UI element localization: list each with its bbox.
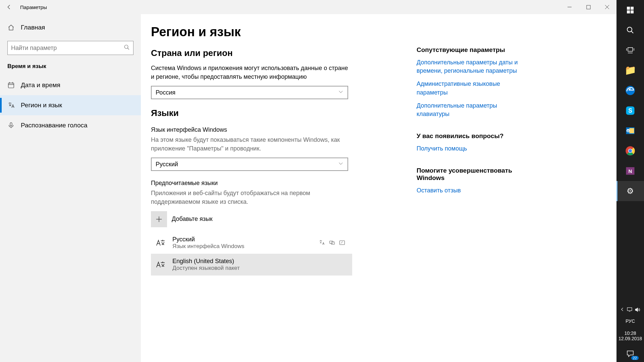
taskbar-app-onenote[interactable]: N	[616, 161, 644, 181]
window-title: Параметры	[18, 4, 47, 10]
close-button[interactable]	[598, 0, 616, 14]
svg-rect-12	[340, 241, 345, 245]
preferred-languages-desc: Приложения и веб-сайты будут отображатьс…	[151, 189, 349, 206]
taskbar-app-skype[interactable]: S	[616, 101, 644, 121]
titlebar: Параметры	[0, 0, 616, 14]
content-area: Регион и язык Страна или регион Система …	[141, 14, 616, 362]
chevron-down-icon	[338, 89, 343, 96]
language-subtext: Язык интерфейса Windows	[172, 243, 244, 250]
handwriting-feature-icon	[339, 239, 345, 246]
country-dropdown[interactable]: Россия	[151, 86, 348, 99]
outlook-icon: O	[625, 126, 635, 136]
svg-rect-15	[627, 10, 630, 13]
related-link-admin-lang[interactable]: Административные языковые параметры	[417, 80, 531, 97]
settings-window: Параметры Главная	[0, 0, 616, 362]
add-language-row[interactable]: Добавьте язык	[151, 211, 379, 227]
nav-item-label: Регион и язык	[21, 102, 62, 109]
language-name: Русский	[172, 236, 244, 243]
text-to-speech-feature-icon	[329, 239, 335, 246]
svg-rect-38	[627, 308, 632, 311]
svg-text:N: N	[629, 168, 632, 174]
svg-rect-14	[631, 7, 634, 10]
folder-icon: 📁	[625, 66, 636, 75]
nav-item-label: Дата и время	[21, 81, 60, 89]
svg-rect-1	[586, 5, 590, 9]
display-language-value: Русский	[156, 161, 178, 168]
language-subtext: Доступен языковой пакет	[172, 265, 240, 272]
tray-date: 12.09.2018	[619, 336, 642, 341]
nav-region-language[interactable]: Регион и язык	[0, 95, 141, 115]
chevron-down-icon	[338, 161, 343, 168]
display-language-desc: На этом языке будут показываться такие к…	[151, 135, 349, 153]
feedback-title: Помогите усовершенствовать Windows	[417, 167, 531, 182]
maximize-button[interactable]	[579, 0, 598, 14]
tray-overflow-icon[interactable]	[620, 307, 625, 314]
volume-icon[interactable]	[635, 307, 641, 314]
skype-icon: S	[625, 106, 635, 116]
chrome-icon	[625, 146, 635, 156]
back-button[interactable]	[0, 0, 18, 14]
taskbar-app-chrome[interactable]	[616, 141, 644, 161]
tray-clock[interactable]: 10:28 12.09.2018	[619, 326, 642, 345]
language-item-russian[interactable]: Русский Язык интерфейса Windows	[151, 232, 352, 254]
svg-rect-28	[630, 128, 634, 133]
feedback-link[interactable]: Оставить отзыв	[417, 186, 531, 195]
nav-speech[interactable]: Распознавание голоса	[0, 115, 141, 135]
country-section-heading: Страна или регион	[151, 48, 379, 58]
add-language-button[interactable]	[151, 211, 167, 227]
language-icon	[7, 102, 15, 109]
related-link-datetime[interactable]: Дополнительные параметры даты и времени,…	[417, 58, 531, 75]
preferred-languages-label: Предпочитаемые языки	[151, 180, 379, 187]
action-center-button[interactable]: 22	[616, 345, 644, 362]
language-glyph-icon	[154, 258, 167, 271]
search-field[interactable]	[11, 45, 124, 52]
nav-date-time[interactable]: Дата и время	[0, 75, 141, 95]
svg-rect-6	[8, 83, 14, 88]
language-name: English (United States)	[172, 258, 240, 265]
nav-home[interactable]: Главная	[0, 18, 141, 37]
display-language-dropdown[interactable]: Русский	[151, 158, 348, 171]
help-title: У вас появились вопросы?	[417, 132, 531, 140]
display-language-label: Язык интерфейса Windows	[151, 126, 379, 133]
taskbar: 📁 S O N ⚙ РУС 10:28 12.09.2018	[616, 0, 644, 362]
search-input[interactable]	[7, 41, 133, 55]
network-icon[interactable]	[627, 307, 633, 314]
language-item-english[interactable]: English (United States) Доступен языково…	[151, 254, 352, 276]
svg-line-18	[631, 31, 633, 33]
home-icon	[7, 24, 15, 31]
svg-rect-19	[628, 48, 633, 51]
svg-text:O: O	[627, 129, 629, 133]
gear-icon: ⚙	[627, 186, 634, 196]
taskbar-app-explorer[interactable]: 📁	[616, 60, 644, 80]
add-language-label: Добавьте язык	[172, 216, 213, 223]
svg-line-5	[127, 48, 129, 50]
svg-text:S: S	[628, 107, 632, 114]
country-description: Система Windows и приложения могут испол…	[151, 64, 349, 81]
taskbar-app-outlook[interactable]: O	[616, 121, 644, 141]
related-link-keyboard[interactable]: Дополнительные параметры клавиатуры	[417, 102, 531, 118]
start-button[interactable]	[616, 0, 644, 20]
task-view-button[interactable]	[616, 40, 644, 60]
country-value: Россия	[156, 89, 175, 96]
page-title: Регион и язык	[151, 25, 379, 39]
related-sidebar: Сопутствующие параметры Дополнительные п…	[417, 25, 531, 362]
svg-rect-13	[627, 7, 630, 10]
tray-area[interactable]	[620, 305, 641, 316]
help-link[interactable]: Получить помощь	[417, 144, 531, 153]
sidebar: Главная Время и язык Дата и время	[0, 14, 141, 362]
tray-time: 10:28	[619, 330, 642, 336]
display-language-feature-icon	[319, 239, 325, 246]
related-title: Сопутствующие параметры	[417, 46, 531, 54]
minimize-button[interactable]	[560, 0, 579, 14]
search-button[interactable]	[616, 20, 644, 40]
language-glyph-icon	[154, 236, 167, 249]
microphone-icon	[7, 122, 15, 129]
languages-section-heading: Языки	[151, 108, 379, 118]
search-icon	[124, 44, 130, 52]
svg-rect-16	[631, 10, 634, 13]
edge-icon	[625, 85, 635, 96]
taskbar-app-edge[interactable]	[616, 80, 644, 101]
tray-language[interactable]: РУС	[626, 316, 635, 326]
svg-point-35	[629, 149, 632, 153]
taskbar-app-settings[interactable]: ⚙	[616, 181, 644, 201]
